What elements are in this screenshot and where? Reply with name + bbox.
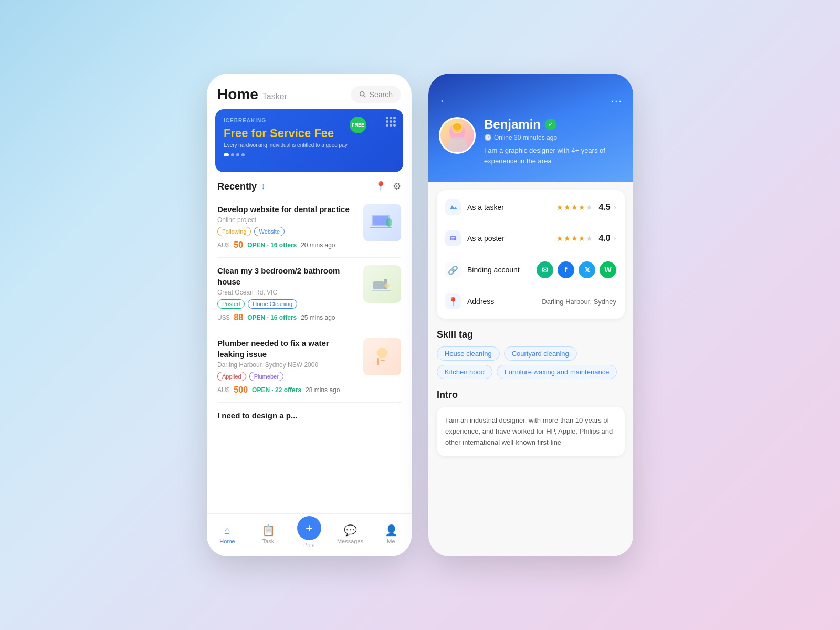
job-location-1: Online project [217, 216, 357, 224]
skill-house-cleaning: House cleaning [437, 346, 500, 361]
social-icons: ✉ f 𝕏 W [537, 261, 616, 278]
address-label: Address [467, 297, 536, 306]
wechat-icon[interactable]: W [600, 261, 616, 278]
messages-icon: 💬 [344, 524, 357, 537]
job-tags-2: Posted Home Cleaning [217, 299, 357, 309]
svg-rect-6 [373, 281, 384, 289]
profile-bio: I am a graphic designer with 4+ years of… [484, 145, 623, 166]
job-title-4: I need to design a p... [217, 410, 401, 421]
profile-text: Benjamin ✓ 🕐 Online 30 minutes ago I am … [484, 117, 623, 166]
binding-label: Binding account [467, 266, 530, 274]
task-icon: 📋 [262, 524, 275, 537]
online-status: 🕐 Online 30 minutes ago [484, 134, 623, 141]
banner-grid-icon [386, 117, 396, 127]
banner-title: Free for Service Fee [224, 127, 395, 140]
poster-rating-num: 4.0 [598, 234, 610, 243]
job-card-2[interactable]: Clean my 3 bedroom/2 bathroom house Grea… [217, 258, 401, 330]
job-tags-3: Applied Plumeber [217, 372, 357, 381]
profile-info: Benjamin ✓ 🕐 Online 30 minutes ago I am … [439, 117, 623, 166]
banner-subtitle: Every hardworking individual is entitled… [224, 142, 395, 148]
svg-point-0 [360, 92, 364, 96]
skill-kitchen-hood: Kitchen hood [437, 365, 492, 379]
job-location-2: Great Ocean Rd, VIC [217, 289, 357, 296]
job-meta-1: AU$ 50 OPEN · 16 offers 20 mins ago [217, 240, 357, 250]
tasker-rating-right: ★★★★★ 4.5 › [556, 203, 616, 212]
me-icon: 👤 [385, 524, 398, 537]
post-button[interactable]: + [297, 516, 321, 540]
job-thumbnail-2 [363, 265, 401, 303]
skill-furniture-waxing: Furniture waxing and maintenance [497, 365, 617, 379]
job-price-1: 50 [234, 240, 243, 250]
job-thumbnail-3 [363, 338, 401, 375]
tag-applied: Applied [217, 372, 246, 381]
banner-dot-4 [242, 153, 245, 156]
svg-rect-18 [450, 236, 456, 240]
job-currency-3: AU$ [217, 386, 229, 394]
nav-me[interactable]: 👤 Me [375, 524, 407, 544]
promo-banner[interactable]: ICEBREAKING Free for Service Fee Every h… [215, 109, 403, 172]
skill-tag-section: Skill tag House cleaning Courtyard clean… [437, 329, 625, 379]
profile-nav: ← ··· [439, 94, 623, 107]
job-tags-1: Following Website [217, 227, 357, 236]
svg-point-5 [386, 218, 392, 227]
back-button[interactable]: ← [439, 94, 449, 107]
filter-button[interactable]: ⚙ [393, 181, 401, 192]
profile-body: As a tasker ★★★★★ 4.5 › As a poster [428, 182, 633, 556]
left-phone: Home Tasker Search ICEBREAKING Free for … [207, 74, 412, 556]
sms-icon[interactable]: ✉ [537, 261, 553, 278]
skill-tag-title: Skill tag [437, 329, 625, 340]
home-header: Home Tasker Search [207, 74, 412, 109]
tasker-label: As a tasker [467, 203, 550, 212]
job-info-2: Clean my 3 bedroom/2 bathroom house Grea… [217, 265, 357, 322]
tag-home-cleaning: Home Cleaning [248, 299, 297, 309]
nav-messages[interactable]: 💬 Messages [334, 524, 366, 544]
poster-chevron: › [614, 234, 616, 243]
more-options-button[interactable]: ··· [611, 94, 623, 107]
poster-rating-row[interactable]: As a poster ★★★★★ 4.0 › [437, 223, 625, 254]
profile-name: Benjamin [484, 117, 541, 132]
tag-website: Website [254, 227, 285, 236]
sort-icon[interactable]: ↕ [261, 182, 265, 191]
job-currency-1: AU$ [217, 242, 229, 249]
nav-task[interactable]: 📋 Task [253, 524, 284, 544]
job-time-1: 20 mins ago [301, 242, 335, 249]
address-value: Darling Harbour, Sydney [542, 298, 616, 306]
job-card-1[interactable]: Develop website for dental practice Onli… [217, 196, 401, 258]
page-title: Home [217, 86, 258, 103]
poster-label: As a poster [467, 234, 550, 243]
search-button[interactable]: Search [351, 86, 401, 103]
search-icon [359, 91, 366, 98]
search-label: Search [370, 90, 393, 99]
svg-rect-12 [381, 360, 385, 361]
recently-section-header: Recently ↕ 📍 ⚙ [207, 172, 412, 196]
job-status-1: OPEN · 16 offers [247, 242, 297, 249]
location-filter-button[interactable]: 📍 [375, 181, 386, 192]
tasker-rating-num: 4.5 [598, 203, 610, 212]
job-meta-2: US$ 88 OPEN · 16 offers 25 mins ago [217, 313, 357, 322]
nav-me-label: Me [387, 538, 395, 544]
nav-post[interactable]: + Post [293, 520, 325, 548]
poster-rating-right: ★★★★★ 4.0 › [556, 234, 616, 243]
job-price-2: 88 [234, 313, 243, 322]
avatar [439, 117, 476, 154]
svg-point-17 [453, 123, 461, 130]
facebook-icon[interactable]: f [558, 261, 574, 278]
address-icon: 📍 [445, 293, 461, 309]
intro-title: Intro [437, 390, 625, 401]
svg-point-10 [377, 348, 387, 358]
online-status-text: Online 30 minutes ago [494, 134, 557, 141]
recently-left: Recently ↕ [217, 181, 265, 192]
tasker-chevron: › [614, 203, 616, 212]
job-card-3[interactable]: Plumber needed to fix a water leaking is… [217, 330, 401, 403]
address-row: 📍 Address Darling Harbour, Sydney [437, 286, 625, 317]
job-card-4[interactable]: I need to design a p... [217, 403, 401, 430]
skill-tags-list: House cleaning Courtyard cleaning Kitche… [437, 346, 625, 379]
nav-home[interactable]: ⌂ Home [212, 524, 243, 544]
twitter-icon[interactable]: 𝕏 [579, 261, 595, 278]
tasker-rating-row[interactable]: As a tasker ★★★★★ 4.5 › [437, 192, 625, 223]
job-title-2: Clean my 3 bedroom/2 bathroom house [217, 265, 357, 287]
tag-plumber: Plumeber [249, 372, 284, 381]
poster-icon [445, 230, 461, 246]
job-currency-2: US$ [217, 314, 229, 321]
job-price-3: 500 [234, 385, 248, 395]
